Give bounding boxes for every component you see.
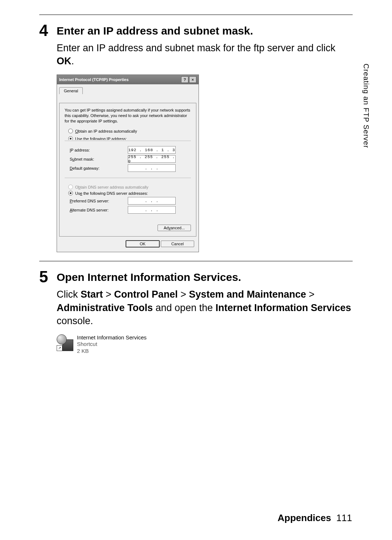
t: >	[306, 289, 314, 300]
t: Start	[81, 289, 103, 300]
step-4-title: Enter an IP address and subnet mask.	[57, 25, 353, 37]
t: Click	[57, 289, 81, 300]
section-divider-mid	[39, 261, 353, 262]
step-4-text-plain: Enter an IP address and subnet mask for …	[57, 43, 335, 53]
step-4: 4 Enter an IP address and subnet mask. E…	[39, 23, 353, 252]
iis-shortcut-size: 2 KB	[77, 348, 147, 355]
t: Internet Information Services	[216, 302, 351, 313]
alt-dns-input[interactable]: . . .	[128, 206, 176, 214]
step-5-text: Click Start > Control Panel > System and…	[57, 288, 353, 327]
radio-use-dns-label: Use the following DNS server addresses:	[75, 191, 148, 196]
t: System and Maintenance	[189, 289, 306, 300]
help-button[interactable]: ?	[181, 76, 188, 83]
tab-general[interactable]: General	[59, 87, 83, 94]
radio-obtain-dns: Obtain DNS server address automatically	[68, 185, 191, 189]
iis-shortcut-name: Internet Information Services	[77, 334, 147, 341]
iis-shortcut-meta: Internet Information Services Shortcut 2…	[77, 334, 147, 355]
radio-icon	[68, 129, 73, 133]
field-subnet-mask: Subnet mask: 255 . 255 . 255 . 0	[70, 155, 191, 163]
radio-use-ip[interactable]: Use the following IP address:	[68, 136, 191, 140]
iis-shortcut-icon: ↗	[57, 334, 73, 351]
radio-icon	[68, 191, 73, 196]
step-5: 5 Open Internet Information Services. Cl…	[39, 269, 353, 355]
radio-use-dns[interactable]: Use the following DNS server addresses:	[68, 191, 191, 196]
section-side-label: Creating an FTP Server	[362, 64, 370, 148]
field-preferred-dns: Preferred DNS server: . . .	[70, 197, 191, 205]
page-footer: Appendices 111	[278, 512, 352, 524]
radio-obtain-ip-label: Obtain an IP address automatically	[75, 129, 137, 133]
cancel-button[interactable]: Cancel	[161, 241, 194, 247]
t: Control Panel	[114, 289, 178, 300]
ok-button[interactable]: OK	[126, 240, 160, 247]
radio-icon	[68, 136, 73, 140]
advanced-button[interactable]: Advanced...	[158, 225, 191, 231]
section-divider-top	[39, 15, 353, 15]
radio-use-ip-label: Use the following IP address:	[75, 137, 127, 140]
step-4-text-bold: OK	[57, 56, 72, 67]
tcpip-properties-dialog: Internet Protocol (TCP/IP) Properties ? …	[57, 74, 199, 253]
close-button[interactable]: ×	[189, 76, 196, 83]
pref-dns-label: Preferred DNS server:	[70, 199, 128, 203]
subnet-input[interactable]: 255 . 255 . 255 . 0	[128, 155, 176, 163]
ip-input[interactable]: 192 . 168 . 1 . 3	[128, 146, 176, 154]
ip-label: IP address:	[70, 148, 128, 152]
field-default-gateway: Default gateway: . . .	[70, 164, 191, 172]
subnet-label: Subnet mask:	[70, 157, 128, 161]
gateway-input[interactable]: . . .	[128, 164, 176, 172]
radio-obtain-dns-label: Obtain DNS server address automatically	[75, 185, 148, 189]
step-5-number: 5	[39, 269, 57, 285]
step-5-title: Open Internet Information Services.	[57, 271, 353, 283]
t: Administrative Tools	[57, 302, 153, 313]
step-4-text-after: .	[72, 56, 74, 67]
step-4-number: 4	[39, 23, 57, 39]
pref-dns-input[interactable]: . . .	[128, 197, 176, 205]
t: >	[103, 289, 114, 300]
field-alternate-dns: Alternate DNS server: . . .	[70, 206, 191, 214]
step-4-text: Enter an IP address and subnet mask for …	[57, 41, 353, 68]
radio-obtain-ip[interactable]: Obtain an IP address automatically	[68, 129, 191, 133]
footer-page-number: 111	[336, 512, 352, 523]
dialog-titlebar: Internet Protocol (TCP/IP) Properties ? …	[57, 75, 199, 84]
gateway-label: Default gateway:	[70, 166, 128, 170]
iis-shortcut[interactable]: ↗ Internet Information Services Shortcut…	[57, 334, 353, 355]
t: console.	[57, 315, 93, 326]
radio-icon	[68, 185, 73, 189]
t: and open the	[153, 302, 216, 313]
t: >	[178, 289, 189, 300]
dialog-title: Internet Protocol (TCP/IP) Properties	[59, 77, 180, 82]
dialog-description: You can get IP settings assigned automat…	[65, 108, 191, 124]
iis-shortcut-type: Shortcut	[77, 341, 147, 348]
footer-section: Appendices	[278, 512, 331, 523]
alt-dns-label: Alternate DNS server:	[70, 208, 128, 212]
field-ip-address: IP address: 192 . 168 . 1 . 3	[70, 146, 191, 154]
